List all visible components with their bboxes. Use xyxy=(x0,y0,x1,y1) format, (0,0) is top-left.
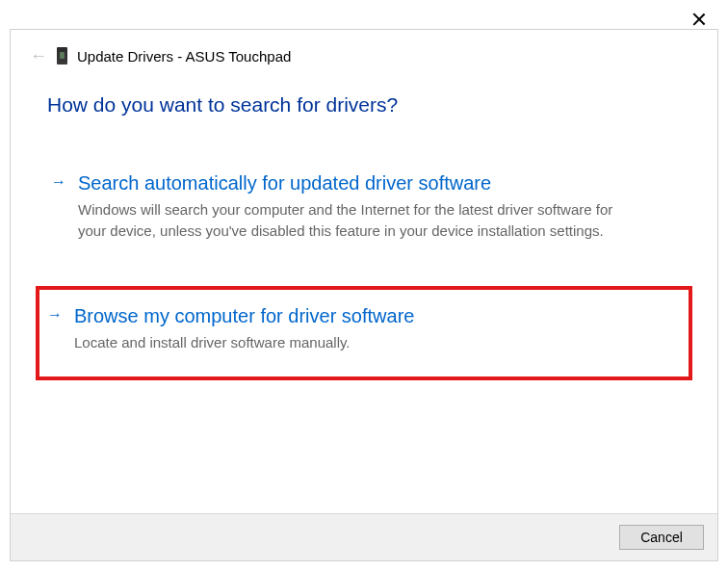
option-search-automatically[interactable]: → Search automatically for updated drive… xyxy=(47,165,681,253)
content-area: How do you want to search for drivers? →… xyxy=(11,74,717,380)
dialog-footer: Cancel xyxy=(11,513,717,560)
arrow-right-icon: → xyxy=(51,170,66,194)
option-title: Search automatically for updated driver … xyxy=(78,170,677,195)
option-browse-computer[interactable]: → Browse my computer for driver software… xyxy=(36,286,692,380)
arrow-right-icon: → xyxy=(47,303,63,326)
option-description: Windows will search your computer and th… xyxy=(78,199,617,242)
update-drivers-dialog: ← Update Drivers - ASUS Touchpad How do … xyxy=(10,29,718,561)
back-arrow-icon: ← xyxy=(30,47,47,65)
option-description: Locate and install driver software manua… xyxy=(74,332,613,353)
close-icon[interactable] xyxy=(691,12,707,27)
cancel-button[interactable]: Cancel xyxy=(619,525,704,550)
titlebar: ← Update Drivers - ASUS Touchpad xyxy=(11,30,717,74)
device-icon xyxy=(57,47,67,65)
window-title: Update Drivers - ASUS Touchpad xyxy=(77,48,291,65)
page-heading: How do you want to search for drivers? xyxy=(47,93,681,117)
option-title: Browse my computer for driver software xyxy=(74,303,681,328)
